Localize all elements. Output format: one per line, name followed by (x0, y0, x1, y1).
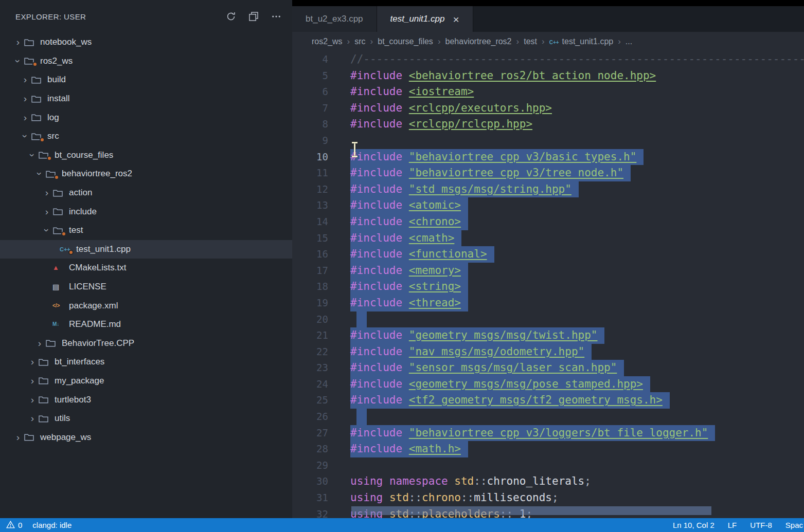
code-line-31[interactable]: 31using std::chrono::milliseconds; (292, 490, 804, 506)
refresh-icon[interactable] (225, 11, 237, 22)
close-icon[interactable]: × (453, 14, 459, 25)
code-line-5[interactable]: 5#include <behaviortree_ros2/bt_action_n… (292, 68, 804, 84)
chevron-right-icon[interactable]: › (27, 375, 38, 387)
chevron-right-icon[interactable]: › (20, 74, 31, 85)
chevron-right-icon[interactable]: › (20, 112, 31, 123)
breadcrumb: ros2_ws›src›bt_course_files›behaviortree… (292, 32, 804, 51)
tree-folder-include[interactable]: ›include (0, 202, 292, 221)
tree-folder-install[interactable]: ›install (0, 89, 292, 108)
tree-folder-src[interactable]: ›src (0, 127, 292, 146)
tree-folder-log[interactable]: ›log (0, 108, 292, 127)
breadcrumb-item-behaviortree_ros2[interactable]: behaviortree_ros2 (445, 37, 512, 46)
code-line-18[interactable]: 18#include <string> (292, 279, 804, 295)
breadcrumb-item-src[interactable]: src (354, 37, 365, 46)
tree-folder-bt_course_files[interactable]: ›bt_course_files (0, 146, 292, 165)
code-line-26[interactable]: 26 (292, 409, 804, 425)
collapse-folders-icon[interactable] (248, 11, 259, 22)
tree-folder-BehaviorTree.CPP[interactable]: ›BehaviorTree.CPP (0, 334, 292, 353)
tree-folder-bt_interfaces[interactable]: ›bt_interfaces (0, 353, 292, 372)
code-token: std (389, 491, 409, 504)
breadcrumb-item-bt_course_files[interactable]: bt_course_files (378, 37, 433, 46)
code-line-14[interactable]: 14#include <chrono> (292, 214, 804, 230)
chevron-right-icon[interactable]: › (12, 432, 24, 443)
code-token (402, 199, 409, 211)
code-line-20[interactable]: 20 (292, 311, 804, 328)
tree-file-package.xml[interactable]: </>package.xml (0, 296, 292, 315)
chevron-down-icon[interactable]: › (20, 131, 31, 142)
code-line-22[interactable]: 22#include "nav_msgs/msg/odometry.hpp" (292, 344, 804, 360)
line-number: 15 (292, 230, 328, 247)
code-line-13[interactable]: 13#include <atomic> (292, 197, 804, 214)
tree-folder-action[interactable]: ›action (0, 184, 292, 203)
code-line-25[interactable]: 25#include <tf2_geometry_msgs/tf2_geomet… (292, 392, 804, 409)
code-line-27[interactable]: 27#include "behaviortree_cpp_v3/loggers/… (292, 425, 804, 442)
tree-folder-utils[interactable]: ›utils (0, 409, 292, 428)
code-line-19[interactable]: 19#include <thread> (292, 295, 804, 311)
code-line-17[interactable]: 17#include <memory> (292, 263, 804, 279)
tree-folder-webpage_ws[interactable]: ›webpage_ws (0, 428, 292, 447)
tree-folder-my_package[interactable]: ›my_package (0, 372, 292, 391)
tree-folder-turtlebot3[interactable]: ›turtlebot3 (0, 390, 292, 409)
breadcrumb-item-test_unit1.cpp[interactable]: C++test_unit1.cpp (549, 37, 614, 47)
horizontal-scrollbar[interactable] (351, 506, 711, 515)
cursor-position[interactable]: Ln 10, Col 2 (673, 521, 714, 529)
chevron-right-icon[interactable]: › (27, 356, 38, 368)
chevron-right-icon[interactable]: › (34, 338, 45, 349)
code-line-15[interactable]: 15#include <cmath> (292, 230, 804, 247)
eol-indicator[interactable]: LF (728, 521, 737, 529)
tree-file-CMakeLists.txt[interactable]: ▲CMakeLists.txt (0, 259, 292, 278)
code-token: <rclcpp/rclcpp.hpp> (409, 118, 532, 130)
breadcrumb-item-test[interactable]: test (524, 37, 537, 46)
code-line-28[interactable]: 28#include <math.h> (292, 441, 804, 457)
code-line-8[interactable]: 8#include <rclcpp/rclcpp.hpp> (292, 116, 804, 133)
md-icon: M↓ (52, 320, 68, 328)
chevron-right-icon[interactable]: › (41, 187, 52, 198)
chevron-down-icon[interactable]: › (27, 150, 38, 161)
chevron-down-icon[interactable]: › (12, 56, 24, 67)
tree-folder-test[interactable]: ›test (0, 221, 292, 240)
more-actions-icon[interactable] (271, 11, 282, 22)
code-line-11[interactable]: 11#include "behaviortree_cpp_v3/tree_nod… (292, 165, 804, 181)
chevron-right-icon[interactable]: › (12, 36, 24, 48)
breadcrumb-item-...[interactable]: ... (626, 37, 632, 46)
code-line-6[interactable]: 6#include <iostream> (292, 84, 804, 100)
code-lines: 4//-------------------------------------… (292, 51, 804, 518)
tree-file-LICENSE[interactable]: ▤LICENSE (0, 278, 292, 297)
code-line-29[interactable]: 29 (292, 457, 804, 474)
problems-indicator[interactable]: 0 (6, 521, 22, 530)
code-line-23[interactable]: 23#include "sensor_msgs/msg/laser_scan.h… (292, 360, 804, 376)
tree-folder-ros2_ws[interactable]: ›ros2_ws (0, 52, 292, 71)
breadcrumb-item-ros2_ws[interactable]: ros2_ws (312, 37, 343, 46)
tree-folder-notebook_ws[interactable]: ›notebook_ws (0, 33, 292, 52)
code-line-10[interactable]: 10#include "behaviortree_cpp_v3/basic_ty… (292, 149, 804, 166)
code-line-16[interactable]: 16#include <functional> (292, 246, 804, 263)
tree-folder-build[interactable]: ›build (0, 70, 292, 89)
code-line-30[interactable]: 30using namespace std::chrono_literals; (292, 473, 804, 490)
code-line-21[interactable]: 21#include "geometry_msgs/msg/twist.hpp" (292, 327, 804, 344)
tree-item-label: action (68, 188, 92, 198)
code-line-24[interactable]: 24#include <geometry_msgs/msg/pose_stamp… (292, 376, 804, 393)
tree-item-label: my_package (53, 376, 104, 386)
tree-item-label: notebook_ws (39, 37, 92, 47)
indentation-indicator[interactable]: Spac (785, 521, 803, 529)
window-top-strip (292, 0, 804, 6)
encoding-indicator[interactable]: UTF-8 (750, 521, 772, 529)
chevron-right-icon[interactable]: › (20, 93, 31, 104)
chevron-right-icon[interactable]: › (41, 206, 52, 217)
tree-item-label: utils (53, 413, 70, 424)
code-line-9[interactable]: 9 (292, 133, 804, 149)
clangd-status[interactable]: clangd: idle (32, 521, 72, 529)
tree-file-test_unit1.cpp[interactable]: C++test_unit1.cpp (0, 240, 292, 259)
code-line-7[interactable]: 7#include <rclcpp/executors.hpp> (292, 100, 804, 117)
tab-bt_u2_ex3.cpp[interactable]: bt_u2_ex3.cpp (292, 6, 377, 32)
tree-folder-behaviortree_ros2[interactable]: ›behaviortree_ros2 (0, 164, 292, 184)
chevron-right-icon[interactable]: › (27, 413, 38, 424)
tab-test_unit1.cpp[interactable]: test_unit1.cpp× (377, 6, 473, 32)
code-line-4[interactable]: 4//-------------------------------------… (292, 51, 804, 68)
code-line-12[interactable]: 12#include "std_msgs/msg/string.hpp" (292, 181, 804, 198)
chevron-right-icon[interactable]: › (27, 394, 38, 406)
tree-item-label: package.xml (68, 301, 118, 311)
chevron-down-icon[interactable]: › (41, 225, 52, 236)
chevron-down-icon[interactable]: › (34, 168, 45, 179)
tree-file-README.md[interactable]: M↓README.md (0, 315, 292, 334)
